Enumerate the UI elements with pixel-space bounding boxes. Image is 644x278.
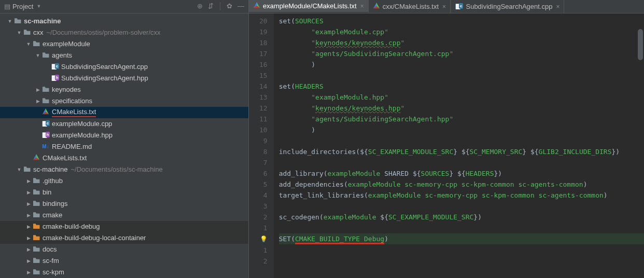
code-line[interactable]: "exampleModule.hpp" xyxy=(279,92,644,103)
chevron-icon[interactable]: ▶ xyxy=(25,224,32,229)
expand-icon[interactable]: ⇵ xyxy=(208,2,214,10)
editor-body[interactable]: 2019181716151413121110987654321💡12 set(S… xyxy=(249,13,644,278)
tree-item[interactable]: ▶specifications xyxy=(0,95,248,107)
chevron-icon[interactable]: ▼ xyxy=(16,167,23,172)
hide-icon[interactable]: — xyxy=(237,2,244,10)
code-line[interactable]: ) xyxy=(279,124,644,135)
chevron-icon[interactable]: ▼ xyxy=(34,53,41,58)
chevron-icon[interactable]: ▶ xyxy=(25,201,32,206)
code-line[interactable]: ) xyxy=(279,59,644,70)
folder-icon xyxy=(32,188,40,197)
gutter-line: 5 xyxy=(259,179,268,190)
code-line[interactable]: "agents/SubdividingSearchAgent.hpp" xyxy=(279,114,644,124)
gutter-line: 14 xyxy=(259,81,268,92)
tree-item-label: CMakeLists.txt xyxy=(52,108,96,117)
code-line[interactable] xyxy=(279,201,644,212)
gutter-line: 16 xyxy=(259,59,268,70)
code-line[interactable] xyxy=(279,255,644,266)
tree-item[interactable]: ▶cmake xyxy=(0,210,248,221)
code-line[interactable] xyxy=(279,135,644,146)
tree-item[interactable]: ▼sc-machine~/Documents/ostis/sc-machine xyxy=(0,164,248,175)
tree-item[interactable]: ▶cmake-build-debug xyxy=(0,221,248,232)
tree-item-label: .github xyxy=(43,177,63,185)
tree-item[interactable]: M↓README.md xyxy=(0,141,248,152)
gear-icon[interactable]: ✿ xyxy=(227,2,232,10)
tree-item-label: cmake xyxy=(43,211,62,219)
tree-item[interactable]: ▶.github xyxy=(0,175,248,187)
cmake-icon xyxy=(253,2,260,10)
tree-item[interactable]: ▼cxx~/Documents/ostis/problem-solver/cxx xyxy=(0,27,248,38)
gutter-line: 11 xyxy=(259,114,268,124)
chevron-icon[interactable]: ▶ xyxy=(25,258,32,263)
code-line[interactable]: "agents/SubdividingSearchAgent.cpp" xyxy=(279,48,644,59)
code-line[interactable]: SET(CMAKE_BUILD_TYPE Debug) xyxy=(279,233,644,244)
cmake-icon xyxy=(373,2,380,11)
tree-item[interactable]: ▼exampleModule xyxy=(0,38,248,50)
sidebar-header: ▤ Project ▼ ⊕ ⇵ ✿ — xyxy=(0,0,248,13)
tree-item[interactable]: ▶docs xyxy=(0,244,248,255)
chevron-icon[interactable]: ▶ xyxy=(25,247,32,252)
tree-item[interactable]: ▶bin xyxy=(0,187,248,198)
tab-label: exampleModule/CMakeLists.txt xyxy=(263,2,357,10)
tree-item-label: keynodes xyxy=(52,86,81,93)
chevron-icon[interactable]: ▶ xyxy=(25,190,32,195)
code-line[interactable] xyxy=(279,70,644,81)
chevron-icon[interactable]: ▼ xyxy=(6,19,13,24)
code-line[interactable]: set(HEADERS xyxy=(279,81,644,92)
editor-code[interactable]: set(SOURCES "exampleModule.cpp" "keynode… xyxy=(274,13,644,278)
tree-item-label: docs xyxy=(43,245,57,253)
tree-item[interactable]: ▶keynodes xyxy=(0,84,248,95)
cpp-icon: 📄c xyxy=(41,120,50,128)
gutter-line: 17 xyxy=(259,48,268,59)
gutter-line: 💡 xyxy=(259,233,268,245)
code-line[interactable] xyxy=(279,157,644,168)
tree-item[interactable]: 📄cexampleModule.cpp xyxy=(0,118,248,130)
code-line[interactable]: add_library(exampleModule SHARED ${SOURC… xyxy=(279,168,644,179)
close-icon[interactable]: × xyxy=(556,3,559,10)
chevron-icon[interactable]: ▶ xyxy=(25,178,32,184)
chevron-icon[interactable]: ▶ xyxy=(25,213,32,218)
code-line[interactable]: set(SOURCES xyxy=(279,16,644,26)
code-line[interactable]: sc_codegen(exampleModule ${SC_EXAMPLE_MO… xyxy=(279,212,644,223)
chevron-icon[interactable]: ▶ xyxy=(34,99,41,104)
locate-icon[interactable]: ⊕ xyxy=(197,2,203,10)
code-line[interactable]: add_dependencies(exampleModule sc-memory… xyxy=(279,179,644,190)
close-icon[interactable]: × xyxy=(442,3,446,10)
code-line[interactable]: include_directories(${SC_EXAMPLE_MODULE_… xyxy=(279,146,644,157)
chevron-icon[interactable]: ▶ xyxy=(25,235,32,241)
editor-tab[interactable]: exampleModule/CMakeLists.txt× xyxy=(249,0,369,13)
gutter-line: 6 xyxy=(259,168,268,179)
scroll-thumb[interactable] xyxy=(638,29,643,60)
code-line[interactable] xyxy=(279,223,644,233)
tree-item[interactable]: 📄hexampleModule.hpp xyxy=(0,130,248,141)
editor-tab[interactable]: 📄cSubdividingSearchAgent.cpp× xyxy=(451,0,564,13)
tree-item-label: exampleModule.cpp xyxy=(52,120,112,128)
chevron-icon[interactable]: ▼ xyxy=(16,30,23,35)
chevron-icon[interactable]: ▶ xyxy=(25,270,32,275)
tree-item[interactable]: CMakeLists.txt xyxy=(0,107,248,118)
editor-tab[interactable]: cxx/CMakeLists.txt× xyxy=(369,0,451,13)
tree-item[interactable]: ▶sc-fm xyxy=(0,255,248,267)
chevron-icon[interactable]: ▶ xyxy=(34,87,41,92)
tree-item[interactable]: ▶cmake-build-debug-local-container xyxy=(0,232,248,244)
tree-item[interactable]: ▶bindings xyxy=(0,198,248,210)
tree-item[interactable]: ▼sc-machine xyxy=(0,16,248,27)
close-icon[interactable]: × xyxy=(360,3,364,10)
tree-item[interactable]: ▶sc-kpm xyxy=(0,267,248,278)
tree-item[interactable]: 📄cSubdividingSearchAgent.cpp xyxy=(0,61,248,73)
cmake-icon xyxy=(32,154,40,162)
project-tree[interactable]: ▼sc-machine▼cxx~/Documents/ostis/problem… xyxy=(0,13,248,278)
tree-item[interactable]: 📄hSubdividingSearchAgent.hpp xyxy=(0,73,248,84)
code-line[interactable]: target_link_libraries(exampleModule sc-m… xyxy=(279,190,644,201)
chevron-icon[interactable]: ▼ xyxy=(25,41,32,47)
tree-item[interactable]: CMakeLists.txt xyxy=(0,152,248,164)
code-line[interactable] xyxy=(279,244,644,255)
gutter-line: 19 xyxy=(259,26,268,37)
folder-icon xyxy=(41,86,50,94)
tree-item[interactable]: ▼agents xyxy=(0,50,248,61)
project-view-selector[interactable]: ▤ Project ▼ xyxy=(4,3,194,10)
code-line[interactable]: "keynodes/keynodes.cpp" xyxy=(279,37,644,48)
code-line[interactable]: "exampleModule.cpp" xyxy=(279,26,644,37)
intention-bulb-icon[interactable]: 💡 xyxy=(260,235,268,243)
code-line[interactable]: "keynodes/keynodes.hpp" xyxy=(279,103,644,114)
